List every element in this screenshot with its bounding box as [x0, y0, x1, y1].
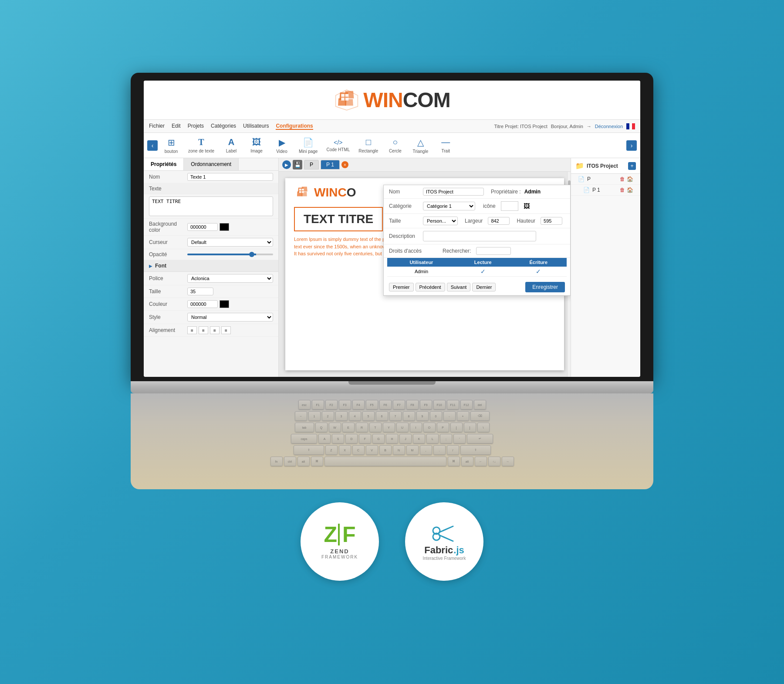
btn-dernier[interactable]: Dernier	[472, 283, 496, 291]
bg-color-swatch[interactable]	[220, 223, 229, 231]
cell-user: Admin	[387, 267, 456, 277]
tree-p1-edit-icon[interactable]: 🏠	[627, 187, 633, 193]
font-section-header[interactable]: ▶ Font	[144, 260, 278, 272]
couleur-swatch[interactable]	[220, 300, 229, 308]
curseur-select[interactable]: Default	[187, 238, 273, 247]
align-center-button[interactable]: ≡	[199, 326, 208, 334]
enregistrer-button[interactable]: Enregistrer	[525, 282, 565, 292]
keyboard-row-5: ⇧ Z X C V B N M , . / ⇧	[157, 445, 627, 455]
tool-zone-texte[interactable]: T zone de texte	[185, 135, 218, 155]
align-justify-button[interactable]: ≡	[221, 326, 231, 334]
modal-nom-input[interactable]	[423, 188, 484, 196]
svg-rect-7	[341, 98, 345, 101]
svg-rect-5	[341, 94, 345, 97]
tool-video[interactable]: ▶ Video	[270, 135, 294, 156]
tree-item-p[interactable]: 📄 P 🗑 🏠	[571, 174, 640, 185]
texte-header: Texte	[144, 183, 278, 194]
tool-rectangle[interactable]: □ Rectangle	[355, 135, 382, 155]
modal-hauteur-input[interactable]	[541, 217, 562, 225]
nom-input[interactable]	[187, 173, 273, 181]
zend-logo-line: Z F	[324, 524, 355, 545]
modal-rechercher-input[interactable]	[476, 247, 511, 255]
tool-mini-page[interactable]: 📄 Mini page	[295, 135, 321, 156]
toolbar-nav-right[interactable]: ›	[626, 140, 637, 151]
align-left-button[interactable]: ≡	[187, 326, 197, 334]
tab-p1[interactable]: P 1	[321, 160, 340, 169]
menu-utilisateurs[interactable]: Utilisateurs	[243, 123, 269, 130]
svg-rect-6	[345, 94, 349, 97]
key: -	[443, 411, 456, 421]
tool-code-html[interactable]: </> Code HTML	[323, 137, 353, 154]
menu-edit[interactable]: Edit	[172, 123, 181, 130]
menu-categories[interactable]: Catégories	[211, 123, 236, 130]
tool-cercle[interactable]: ○ Cercle	[383, 135, 407, 155]
menu-projets[interactable]: Projets	[188, 123, 204, 130]
nav-buttons: Premier Précédent Suivant Dernier	[389, 283, 496, 291]
style-select[interactable]: Normal	[187, 313, 273, 322]
tab-close-button[interactable]: ×	[341, 161, 348, 168]
cell-ecriture: ✓	[510, 267, 567, 277]
taille-input[interactable]	[187, 288, 213, 295]
btn-precedent[interactable]: Précédent	[416, 283, 445, 291]
zend-z-letter: Z	[324, 524, 337, 545]
key: P	[437, 423, 449, 432]
key: D	[345, 434, 358, 444]
bg-color-row	[187, 223, 229, 231]
image-upload-icon[interactable]: 🖼	[524, 203, 530, 210]
menu-configurations[interactable]: Configurations	[276, 123, 313, 130]
modal-droits-label: Droits d'accès	[389, 248, 422, 254]
modal-taille-select[interactable]: Person...	[423, 217, 458, 225]
tree-p-label: P	[587, 176, 591, 182]
zone-texte-label: zone de texte	[188, 149, 214, 153]
tree-p-delete-icon[interactable]: 🗑	[620, 176, 625, 182]
logout-label[interactable]: Déconnexion	[595, 124, 623, 129]
tree-p1-delete-icon[interactable]: 🗑	[620, 187, 625, 193]
texte-textarea[interactable]: TEXT TITRE	[149, 196, 273, 216]
couleur-input[interactable]	[187, 300, 218, 308]
key: ;	[440, 434, 452, 444]
tree-add-button[interactable]: +	[628, 162, 636, 170]
opacite-slider[interactable]	[187, 254, 273, 255]
police-select[interactable]: Aclonica	[187, 274, 273, 283]
tab-p[interactable]: P	[304, 160, 319, 169]
btn-premier[interactable]: Premier	[389, 283, 414, 291]
label-label: Label	[226, 149, 237, 153]
opacite-thumb[interactable]	[249, 252, 254, 257]
flag-fr	[626, 123, 635, 129]
laptop-base	[131, 381, 653, 393]
btn-suivant[interactable]: Suivant	[447, 283, 471, 291]
key: [	[450, 423, 463, 432]
tree-item-p1[interactable]: 📄 P 1 🗑 🏠	[571, 185, 640, 196]
tool-triangle[interactable]: △ Triangle	[409, 135, 432, 156]
modal-categorie-select[interactable]: Catégorie 1	[423, 202, 475, 210]
bg-color-label: Background color	[149, 221, 184, 233]
tree-p1-label: P 1	[592, 187, 600, 193]
key: G	[372, 434, 385, 444]
play-button[interactable]: ▶	[282, 160, 291, 169]
tab-proprietes[interactable]: Propriétés	[144, 158, 184, 170]
curseur-label: Curseur	[149, 239, 184, 245]
tool-label[interactable]: A Label	[220, 135, 243, 155]
tree-p-edit-icon[interactable]: 🏠	[627, 176, 633, 182]
key: K	[413, 434, 425, 444]
bg-color-input[interactable]	[187, 223, 218, 231]
font-arrow-icon: ▶	[149, 264, 152, 268]
fabric-name-row: Fabric .js	[424, 545, 464, 556]
modal-description-textarea[interactable]	[423, 231, 536, 241]
key: Z	[325, 445, 338, 455]
menu-fichier[interactable]: Fichier	[149, 123, 165, 130]
toolbar-nav-left[interactable]: ‹	[147, 140, 158, 151]
save-button-icon[interactable]: 💾	[293, 160, 302, 169]
tool-trait[interactable]: — Trait	[434, 135, 457, 155]
tool-bouton[interactable]: ⊞ bouton	[159, 135, 183, 156]
alignement-label: Alignement	[149, 327, 184, 333]
key: ⌫	[470, 411, 490, 421]
align-right-button[interactable]: ≡	[210, 326, 220, 334]
tab-ordonnancement[interactable]: Ordonnancement	[184, 158, 239, 170]
opacite-slider-container	[187, 254, 273, 255]
key: alt	[297, 457, 310, 466]
tool-image[interactable]: 🖼 Image	[245, 135, 268, 155]
modal-largeur-input[interactable]	[488, 217, 510, 225]
zend-f-letter: F	[338, 524, 356, 545]
key: M	[406, 445, 419, 455]
